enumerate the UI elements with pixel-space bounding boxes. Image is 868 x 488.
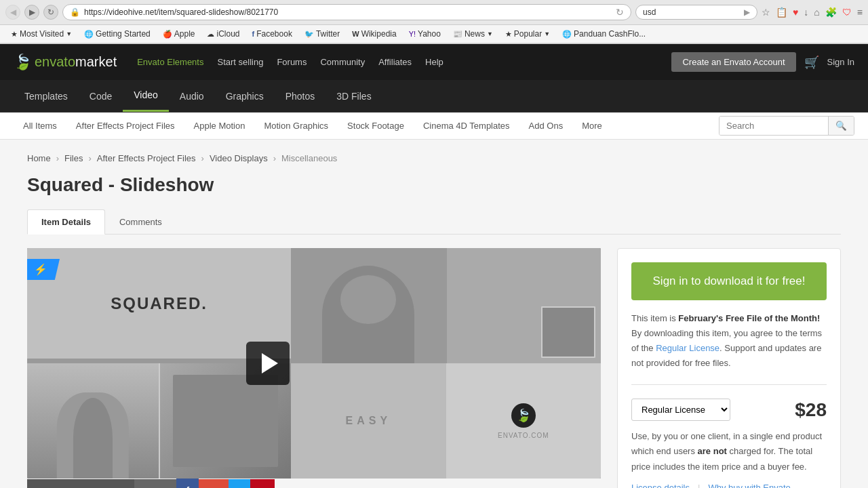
url-bar[interactable]: 🔒 https://videohive.net/item/squared-sli… [62, 4, 631, 20]
search-button[interactable]: 🔍 [828, 117, 854, 135]
breadcrumb-files[interactable]: Files [64, 153, 83, 163]
create-account-button[interactable]: Create an Envato Account [671, 52, 795, 72]
refresh-button[interactable]: ↻ [43, 5, 58, 20]
reading-list-icon[interactable]: 📋 [776, 7, 787, 18]
forward-button[interactable]: ▶ [24, 5, 39, 20]
bookmark-facebook[interactable]: f Facebook [247, 28, 298, 40]
bookmark-label: Panduan CashFlo... [574, 29, 646, 39]
bookmark-popular[interactable]: ★ Popular ▼ [500, 28, 555, 40]
breadcrumb-sep-1: › [56, 153, 59, 163]
breadcrumb-miscellaneous: Miscellaneous [281, 153, 337, 163]
license-details-link[interactable]: License details [631, 483, 690, 488]
squared-text: SQUARED. [111, 294, 208, 313]
preview-container: ⚡ SQUARED. [27, 248, 601, 479]
cart-icon[interactable]: 🛒 [804, 55, 819, 70]
bookmark-icon: ★ [11, 30, 18, 39]
nav-3d-files[interactable]: 3D Files [326, 81, 382, 111]
envato-com-text: ENVATO.COM [498, 432, 549, 439]
googleplus-share-button[interactable]: g+ [199, 479, 229, 489]
community-link[interactable]: Community [320, 57, 365, 67]
breadcrumb-video-displays[interactable]: Video Displays [210, 153, 268, 163]
affiliates-link[interactable]: Affiliates [378, 57, 412, 67]
sign-in-download-button[interactable]: Sign in to download it for free! [631, 262, 827, 300]
main-layout: ⚡ SQUARED. [27, 248, 841, 488]
start-selling-link[interactable]: Start selling [217, 57, 263, 67]
breadcrumb-after-effects[interactable]: After Effects Project Files [97, 153, 196, 163]
col-rt-photo-man [447, 248, 601, 363]
nav-photos[interactable]: Photos [275, 81, 326, 111]
bookmark-wikipedia[interactable]: W Wikipedia [347, 28, 401, 40]
nav-video[interactable]: Video [123, 80, 169, 112]
bookmark-icon: 🌐 [84, 30, 94, 39]
url-text: https://videohive.net/item/squared-slide… [84, 7, 612, 17]
yahoo-icon: Y! [409, 30, 416, 38]
bookmark-apple[interactable]: 🍎 Apple [157, 28, 201, 40]
subnav-motion-graphics[interactable]: Motion Graphics [254, 113, 338, 139]
subnav-cinema4d[interactable]: Cinema 4D Templates [414, 113, 519, 139]
search-input[interactable] [719, 117, 828, 135]
help-link[interactable]: Help [425, 57, 443, 67]
bookmark-label: News [465, 29, 485, 39]
play-button[interactable] [246, 342, 290, 385]
download-preview-button[interactable]: Download Preview [27, 479, 134, 489]
license-desc-bold: are not [698, 446, 727, 456]
adblock-icon[interactable]: 🛡 [842, 7, 852, 18]
share-button[interactable]: Share [134, 479, 177, 489]
nav-graphics[interactable]: Graphics [215, 81, 275, 111]
free-info-text-1: This item is [631, 313, 678, 323]
breadcrumb-sep-2: › [88, 153, 91, 163]
envato-logo[interactable]: 🍃 envatomarket [14, 54, 117, 71]
search-bar[interactable]: usd ▶ [635, 5, 757, 20]
pocket-icon[interactable]: ♥ [793, 7, 798, 18]
bookmarks-bar: ★ Most Visited ▼ 🌐 Getting Started 🍎 App… [0, 25, 868, 43]
back-button[interactable]: ◀ [5, 5, 20, 20]
twitter-share-button[interactable]: t [229, 479, 250, 489]
facebook-share-button[interactable]: f [176, 479, 199, 488]
license-select[interactable]: Regular License Extended License [631, 399, 730, 421]
extensions-icon[interactable]: 🧩 [825, 7, 837, 18]
content-inner: Home › Files › After Effects Project Fil… [14, 140, 854, 488]
bookmark-news[interactable]: 📰 News ▼ [448, 28, 498, 40]
tab-item-details[interactable]: Item Details [27, 209, 105, 235]
forums-link[interactable]: Forums [277, 57, 307, 67]
page-content: Home › Files › After Effects Project Fil… [0, 140, 868, 488]
tab-comments[interactable]: Comments [105, 209, 176, 234]
subnav-stock-footage[interactable]: Stock Footage [338, 113, 414, 139]
subnav-all-items[interactable]: All Items [14, 113, 66, 139]
home-icon[interactable]: ⌂ [814, 7, 819, 18]
wikipedia-icon: W [352, 30, 359, 38]
why-envato-link[interactable]: Why buy with Envato [708, 483, 790, 488]
subnav-after-effects[interactable]: After Effects Project Files [66, 113, 184, 139]
bookmark-yahoo[interactable]: Y! Yahoo [403, 28, 446, 40]
subnav-apple-motion[interactable]: Apple Motion [184, 113, 255, 139]
bookmark-panduan[interactable]: 🌐 Panduan CashFlo... [557, 28, 651, 40]
share-label: Share [144, 486, 167, 489]
bookmark-twitter[interactable]: 🐦 Twitter [299, 28, 345, 40]
menu-icon[interactable]: ≡ [857, 7, 863, 18]
main-nav: Templates Code Video Audio Graphics Phot… [0, 80, 868, 113]
breadcrumb-home[interactable]: Home [27, 153, 51, 163]
subnav-more[interactable]: More [572, 113, 612, 139]
easy-section: EASY [291, 363, 446, 479]
nav-code[interactable]: Code [79, 81, 123, 111]
header-nav: Envato Elements Start selling Forums Com… [137, 57, 651, 67]
pinterest-share-button[interactable]: p [250, 479, 275, 489]
envato-logo-icon: 🍃 [516, 408, 531, 423]
download-icon[interactable]: ↓ [804, 7, 808, 18]
nav-templates[interactable]: Templates [14, 81, 79, 111]
subnav-addons[interactable]: Add Ons [519, 113, 573, 139]
bookmark-label: Twitter [316, 29, 340, 39]
bookmark-most-visited[interactable]: ★ Most Visited ▼ [5, 28, 77, 40]
breadcrumb-sep-3: › [201, 153, 204, 163]
signin-link[interactable]: Sign In [827, 57, 854, 67]
play-triangle-icon [262, 353, 278, 373]
free-highlight-text: February's Free File of the Month! [678, 313, 820, 323]
bookmark-icloud[interactable]: ☁ iCloud [201, 28, 245, 40]
star-icon[interactable]: ☆ [762, 7, 770, 18]
browser-chrome: ◀ ▶ ↻ 🔒 https://videohive.net/item/squar… [0, 0, 868, 44]
regular-license-link[interactable]: Regular License [656, 343, 719, 353]
envato-elements-link[interactable]: Envato Elements [137, 57, 203, 67]
bookmark-getting-started[interactable]: 🌐 Getting Started [79, 28, 156, 40]
nav-audio[interactable]: Audio [169, 81, 215, 111]
link-separator: | [698, 483, 700, 488]
